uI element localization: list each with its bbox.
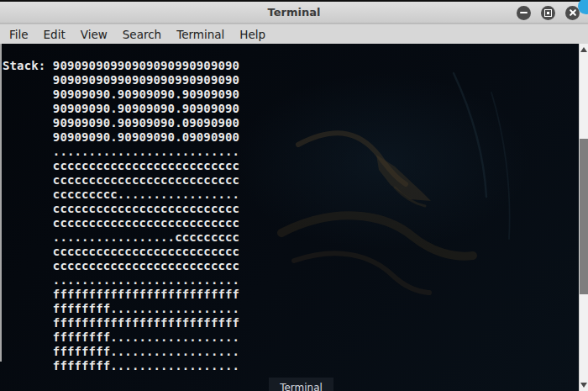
menu-terminal[interactable]: Terminal bbox=[169, 24, 232, 45]
window-left-border bbox=[0, 44, 2, 362]
scrollbar[interactable] bbox=[579, 44, 588, 391]
taskbar-terminal-label: Terminal bbox=[269, 382, 333, 391]
menu-edit[interactable]: Edit bbox=[36, 24, 73, 45]
terminal-output: Stack: 90909090990909090990909090 909090… bbox=[0, 44, 579, 373]
minimize-icon bbox=[520, 12, 528, 13]
maximize-icon bbox=[544, 9, 552, 17]
taskbar-terminal-button[interactable]: Terminal bbox=[269, 378, 333, 391]
scroll-up-icon[interactable] bbox=[580, 47, 587, 52]
scroll-down-icon[interactable] bbox=[580, 383, 587, 388]
maximize-button[interactable] bbox=[541, 6, 555, 20]
menu-file[interactable]: File bbox=[2, 24, 36, 45]
terminal-screen[interactable]: Stack: 90909090990909090990909090 909090… bbox=[0, 44, 579, 391]
terminal-window-body: Stack: 90909090990909090990909090 909090… bbox=[0, 44, 588, 391]
menu-search[interactable]: Search bbox=[115, 24, 169, 45]
menu-bar: File Edit View Search Terminal Help bbox=[0, 24, 588, 44]
minimize-button[interactable] bbox=[517, 6, 531, 20]
scrollbar-thumb[interactable] bbox=[580, 139, 588, 294]
window-controls bbox=[517, 2, 580, 24]
menu-view[interactable]: View bbox=[73, 24, 115, 45]
window-title: Terminal bbox=[268, 6, 321, 18]
titlebar: Terminal bbox=[0, 2, 588, 24]
menu-help[interactable]: Help bbox=[232, 24, 273, 45]
